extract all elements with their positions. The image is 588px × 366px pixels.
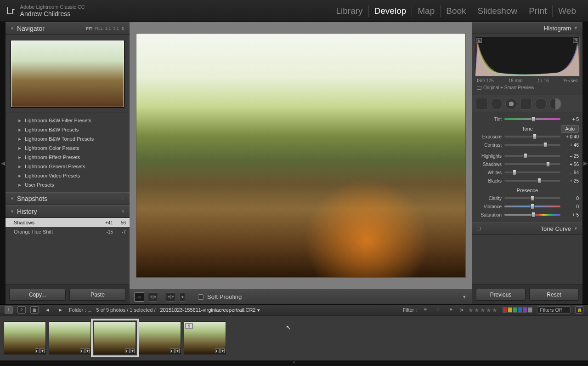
whites-slider[interactable] <box>504 172 560 173</box>
radial-tool-icon[interactable] <box>535 98 547 110</box>
preset-folder[interactable]: ▶Lightroom B&W Filter Presets <box>6 116 130 125</box>
add-snapshot-icon[interactable]: ＋ <box>121 196 125 202</box>
toolbar-menu-icon[interactable]: ▾ <box>461 292 468 302</box>
snapshots-header[interactable]: ▼ Snapshots ＋ <box>6 192 130 205</box>
bottom-edge-toggle[interactable]: ▼ <box>0 360 588 366</box>
second-window-icon[interactable]: 2 <box>17 306 26 314</box>
preview-mode-icon <box>477 86 481 90</box>
reset-button[interactable]: Reset <box>529 289 579 301</box>
right-edge-toggle[interactable]: ▶ <box>582 22 588 304</box>
badge-icon: ✚ <box>85 349 90 353</box>
preset-folder[interactable]: ▶Lightroom General Presets <box>6 162 130 171</box>
filter-lock-icon[interactable]: 🔒 <box>575 306 583 314</box>
color-label[interactable] <box>503 307 507 313</box>
filename-label[interactable]: 20151023-155611-virginiacreepertrail.CR2… <box>160 307 260 313</box>
auto-button[interactable]: Auto <box>561 125 579 133</box>
clarity-slider[interactable] <box>504 197 560 199</box>
before-after-yy-icon[interactable]: Y|Y <box>166 292 176 302</box>
highlight-clip-icon[interactable]: ◥ <box>573 38 578 43</box>
shadows-slider[interactable] <box>504 163 560 165</box>
vibrance-slider[interactable] <box>504 206 560 207</box>
loupe-view-icon[interactable]: ▭ <box>134 292 144 302</box>
main-image[interactable] <box>136 33 466 278</box>
navigator-header[interactable]: ▼ Navigator FIT FILL 1:1 3:1 ⇅ <box>6 22 130 35</box>
previous-button[interactable]: Previous <box>476 289 526 301</box>
zoom-fit[interactable]: FIT <box>86 26 92 31</box>
graduated-tool-icon[interactable] <box>520 98 532 110</box>
saturation-slider[interactable] <box>504 214 560 216</box>
nav-back-icon[interactable]: ◀ <box>43 306 51 314</box>
filmstrip-thumb[interactable]: ◧✚ <box>139 321 181 355</box>
histogram-graph[interactable]: ◣ ◥ <box>475 37 580 76</box>
blacks-slider[interactable] <box>504 180 560 182</box>
tint-slider[interactable] <box>504 118 560 120</box>
module-develop[interactable]: Develop <box>369 5 413 17</box>
folder-crumb[interactable]: Folder : ... <box>69 307 92 313</box>
redeye-tool-icon[interactable] <box>505 98 517 110</box>
color-label[interactable] <box>508 307 512 313</box>
preset-folder[interactable]: ▶User Presets <box>6 180 130 189</box>
preset-folder[interactable]: ▶Lightroom B&W Toned Presets <box>6 134 130 143</box>
rating-gte[interactable]: ≥ <box>460 307 463 314</box>
preset-folder[interactable]: ▶Lightroom Effect Presets <box>6 153 130 162</box>
module-slideshow[interactable]: Slideshow <box>472 5 524 17</box>
main-window-icon[interactable]: 1 <box>5 306 13 314</box>
copy-button[interactable]: Copy... <box>9 289 66 301</box>
filmstrip-thumb[interactable]: ◧✚5 <box>184 321 226 355</box>
contrast-slider[interactable] <box>504 144 560 146</box>
module-map[interactable]: Map <box>412 5 441 17</box>
crop-tool-icon[interactable] <box>476 98 488 110</box>
rating-stars[interactable]: ★★★★★ <box>468 307 498 314</box>
before-after-lr-icon[interactable]: R|A <box>148 292 158 302</box>
histogram-header[interactable]: Histogram ▼ <box>472 22 582 34</box>
highlights-slider[interactable] <box>504 155 560 157</box>
tone-curve-header[interactable]: Tone Curve ▼ <box>472 223 582 234</box>
color-label[interactable] <box>518 307 522 313</box>
navigator-thumbnail[interactable] <box>11 40 124 107</box>
stack-badge[interactable]: 5 <box>185 323 193 329</box>
history-header[interactable]: ▼ History ✕ <box>6 205 130 218</box>
module-book[interactable]: Book <box>441 5 472 17</box>
color-label[interactable] <box>528 307 532 313</box>
filmstrip-thumb[interactable]: ◧✚ <box>4 321 46 355</box>
zoom-1to1[interactable]: 1:1 <box>105 26 111 31</box>
navigator-preview[interactable] <box>6 35 130 113</box>
color-label[interactable] <box>513 307 517 313</box>
clear-history-icon[interactable]: ✕ <box>121 209 125 214</box>
filmstrip-thumb[interactable]: ◧✚ <box>94 321 136 355</box>
flag-pick-icon[interactable]: ⚑ <box>421 306 430 314</box>
preset-folder[interactable]: ▶Lightroom B&W Presets <box>6 125 130 134</box>
exposure-slider[interactable] <box>504 136 560 137</box>
nav-forward-icon[interactable]: ▶ <box>56 306 64 314</box>
badge-icon: ◧ <box>125 349 130 353</box>
history-item[interactable]: Orange Hue Shift -15 -7 <box>6 227 130 236</box>
module-library[interactable]: Library <box>331 5 369 17</box>
left-edge-toggle[interactable]: ◀ <box>0 22 6 304</box>
tint-label: Tint <box>476 117 502 122</box>
module-web[interactable]: Web <box>553 5 582 17</box>
tint-value[interactable]: + 5 <box>563 117 579 122</box>
history-item[interactable]: Shadows +41 56 <box>6 218 130 227</box>
zoom-fill[interactable]: FILL <box>95 26 103 31</box>
spot-tool-icon[interactable] <box>491 98 503 110</box>
preset-folder[interactable]: ▶Lightroom Color Presets <box>6 143 130 153</box>
flag-unflag-icon[interactable]: ⚐ <box>434 306 442 314</box>
tone-curve-toggle-icon[interactable] <box>477 227 481 230</box>
preset-folder[interactable]: ▶Lightroom Video Presets <box>6 171 130 180</box>
paste-button[interactable]: Paste <box>69 289 126 301</box>
grid-view-icon[interactable]: ▦ <box>30 306 39 314</box>
filmstrip-thumb[interactable]: ◧✚ <box>49 321 91 355</box>
shadow-clip-icon[interactable]: ◣ <box>476 38 482 43</box>
brush-tool-icon[interactable] <box>549 98 561 110</box>
flag-reject-icon[interactable]: ⚑ <box>447 306 455 314</box>
exif-iso: ISO 125 <box>477 78 494 83</box>
before-after-menu-icon[interactable]: ▾ <box>180 292 185 302</box>
soft-proofing-checkbox[interactable] <box>198 294 204 300</box>
module-print[interactable]: Print <box>523 5 553 17</box>
badge-icon: ✚ <box>40 349 45 353</box>
zoom-stepper-icon[interactable]: ⇅ <box>121 26 125 31</box>
filter-preset-select[interactable]: Filters Off <box>537 306 571 314</box>
color-label[interactable] <box>523 307 527 313</box>
zoom-3to1[interactable]: 3:1 <box>113 26 119 31</box>
count-label: 5 of 9 photos / 1 selected / <box>96 307 156 313</box>
